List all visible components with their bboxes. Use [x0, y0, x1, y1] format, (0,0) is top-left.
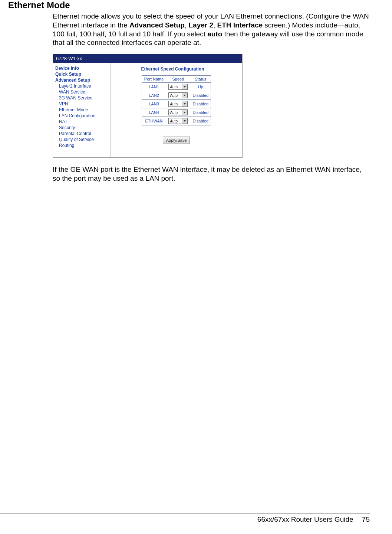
status-cell: Disabled — [190, 108, 211, 117]
port-cell: LAN3 — [142, 100, 166, 108]
router-nav: Device Info Quick Setup Advanced Setup L… — [53, 63, 111, 157]
speed-value: Auto — [170, 111, 178, 115]
nav-nat[interactable]: NAT — [59, 119, 110, 124]
nav-3g-wan[interactable]: 3G WAN Service — [59, 95, 110, 101]
nav-advanced-setup[interactable]: Advanced Setup — [55, 78, 110, 83]
chevron-down-icon — [182, 84, 187, 89]
speed-select-ethwan[interactable]: Auto — [168, 118, 188, 124]
chevron-down-icon — [182, 93, 187, 98]
table-row: LAN3 Auto Disabled — [142, 100, 211, 108]
paragraph-2: If the GE WAN port is the Ethernet WAN i… — [53, 165, 370, 183]
nav-security[interactable]: Security — [59, 125, 110, 130]
p1-s2: , — [213, 21, 217, 29]
nav-qos[interactable]: Quality of Service — [59, 137, 110, 142]
router-screenshot: 6728-W1-xx Device Info Quick Setup Advan… — [53, 54, 243, 158]
p1-b1: Advanced Setup — [129, 21, 185, 29]
table-header-row: Port Name Speed Status — [142, 76, 211, 83]
speed-select-lan2[interactable]: Auto — [168, 92, 188, 98]
col-port: Port Name — [142, 76, 166, 83]
page-footer: 66xx/67xx Router Users Guide 75 — [0, 514, 370, 524]
col-status: Status — [190, 76, 211, 83]
speed-value: Auto — [170, 94, 178, 98]
speed-table: Port Name Speed Status LAN1 Auto Up LAN2… — [142, 75, 211, 125]
speed-select-lan1[interactable]: Auto — [168, 84, 188, 90]
speed-select-lan4[interactable]: Auto — [168, 109, 188, 115]
speed-value: Auto — [170, 85, 178, 89]
port-cell: LAN4 — [142, 108, 166, 117]
port-cell: LAN1 — [142, 83, 166, 91]
table-row: ETHWAN Auto Disabled — [142, 117, 211, 125]
status-cell: Disabled — [190, 100, 211, 108]
paragraph-1: Ethernet mode allows you to select the s… — [53, 12, 370, 47]
p1-s1: , — [185, 21, 189, 29]
chevron-down-icon — [182, 118, 187, 124]
speed-select-lan3[interactable]: Auto — [168, 101, 188, 107]
nav-routing[interactable]: Routing — [59, 143, 110, 148]
nav-quick-setup[interactable]: Quick Setup — [55, 72, 110, 77]
col-speed: Speed — [166, 76, 190, 83]
status-cell: Disabled — [190, 117, 211, 125]
chevron-down-icon — [182, 110, 187, 115]
status-cell: Disabled — [190, 91, 211, 100]
chevron-down-icon — [182, 101, 187, 107]
apply-save-button[interactable]: Apply/Save — [163, 137, 190, 144]
section-title: Ethernet Mode — [8, 0, 370, 10]
nav-device-info[interactable]: Device Info — [55, 66, 110, 71]
table-row: LAN4 Auto Disabled — [142, 108, 211, 117]
speed-value: Auto — [170, 119, 178, 123]
status-cell: Up — [190, 83, 211, 91]
router-model-header: 6728-W1-xx — [53, 54, 242, 63]
config-title: Ethernet Speed Configuration — [103, 66, 242, 72]
nav-parental[interactable]: Parental Control — [59, 131, 110, 136]
footer-guide-title: 66xx/67xx Router Users Guide — [257, 515, 353, 523]
nav-layer2[interactable]: Layer2 Interface — [59, 83, 110, 89]
footer-page-number: 75 — [362, 515, 370, 523]
nav-lan-config[interactable]: LAN Configuration — [59, 113, 110, 118]
table-row: LAN2 Auto Disabled — [142, 91, 211, 100]
p1-b4: auto — [207, 30, 222, 38]
table-row: LAN1 Auto Up — [142, 83, 211, 91]
p1-b2: Layer 2 — [188, 21, 213, 29]
nav-ethernet-mode[interactable]: Ethernet Mode — [59, 107, 110, 112]
port-cell: LAN2 — [142, 91, 166, 100]
speed-value: Auto — [170, 102, 178, 106]
nav-wan-service[interactable]: WAN Service — [59, 89, 110, 95]
p1-b3: ETH Interface — [217, 21, 263, 29]
port-cell: ETHWAN — [142, 117, 166, 125]
nav-vpn[interactable]: VPN — [59, 101, 110, 107]
